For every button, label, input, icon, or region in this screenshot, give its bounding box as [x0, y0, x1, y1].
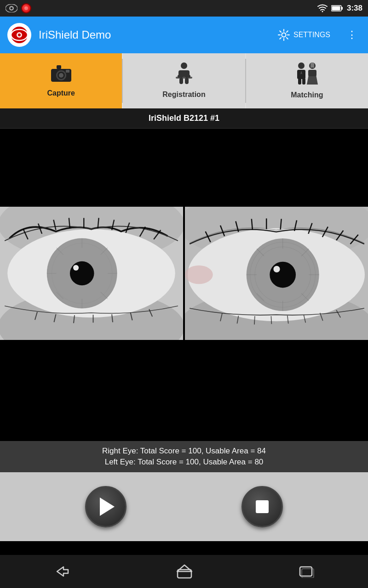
svg-rect-37: [302, 78, 305, 85]
play-button[interactable]: [85, 486, 126, 527]
svg-line-106: [254, 316, 255, 324]
score-bar: Right Eye: Total Score = 100, Usable Are…: [0, 441, 368, 472]
svg-point-26: [181, 62, 187, 69]
recents-button[interactable]: [284, 561, 329, 582]
irishield-logo-icon: [10, 26, 29, 44]
back-button[interactable]: [39, 561, 85, 582]
left-eye-container: [0, 207, 183, 340]
app-bar: IriShield Demo SETTINGS ⋮: [0, 17, 368, 53]
settings-button[interactable]: SETTINGS: [272, 25, 336, 45]
svg-line-17: [287, 38, 288, 39]
svg-rect-30: [185, 75, 190, 78]
svg-line-18: [287, 31, 288, 32]
tab-registration[interactable]: Registration: [123, 53, 245, 108]
svg-point-23: [59, 73, 63, 78]
time-display: 3:38: [347, 4, 362, 13]
svg-point-33: [298, 62, 305, 69]
svg-line-107: [271, 316, 271, 324]
svg-rect-29: [178, 75, 183, 78]
right-eye-score: Right Eye: Total Score = 100, Usable Are…: [9, 447, 359, 456]
camera-icon: [49, 63, 73, 86]
more-options-button[interactable]: ⋮: [343, 25, 361, 45]
app-status-icon: [21, 3, 31, 13]
wifi-icon: [317, 4, 328, 12]
svg-marker-113: [177, 565, 192, 571]
svg-rect-36: [298, 78, 301, 85]
status-bar: 3:38: [0, 0, 368, 17]
eye-images-area: [0, 207, 368, 340]
left-eye-score: Left Eye: Total Score = 100, Usable Area…: [9, 458, 359, 467]
svg-rect-6: [332, 6, 340, 11]
svg-rect-5: [341, 7, 343, 10]
svg-point-3: [322, 11, 323, 12]
svg-point-11: [282, 33, 286, 37]
tab-matching[interactable]: Matching: [246, 53, 368, 108]
stop-icon: [256, 500, 269, 513]
capture-tab-label: Capture: [47, 89, 75, 97]
recents-icon: [299, 565, 315, 578]
gear-icon: [278, 29, 290, 41]
status-right-icons: 3:38: [317, 4, 362, 13]
svg-rect-31: [179, 78, 183, 84]
svg-rect-40: [308, 70, 316, 76]
app-logo: [7, 23, 31, 47]
svg-point-2: [11, 7, 13, 10]
home-button[interactable]: [162, 560, 207, 582]
svg-rect-24: [57, 65, 61, 69]
camera-preview-top: [0, 129, 368, 207]
svg-point-56: [70, 261, 94, 286]
tab-bar: Capture Registration: [0, 53, 368, 108]
registration-tab-label: Registration: [162, 90, 205, 99]
svg-rect-25: [66, 70, 69, 73]
svg-rect-112: [178, 570, 191, 578]
registration-tab-icon: [173, 62, 195, 85]
battery-icon: [331, 5, 343, 11]
status-left-icons: [6, 3, 31, 13]
nav-bar: [0, 555, 368, 588]
capture-tab-icon: [49, 63, 73, 84]
title-bar: IriShield B2121 #1: [0, 108, 368, 129]
app-title: IriShield Demo: [39, 28, 265, 41]
svg-line-19: [280, 38, 281, 39]
right-eye-container: [183, 207, 368, 340]
eye-status-icon: [6, 4, 17, 12]
camera-preview-bottom: [0, 340, 368, 441]
registration-icon: [173, 62, 195, 88]
control-bar: [0, 472, 368, 541]
back-icon: [53, 565, 70, 578]
play-icon: [100, 498, 115, 516]
stop-button[interactable]: [242, 486, 283, 527]
right-eye-image: [185, 207, 368, 340]
svg-point-92: [273, 266, 280, 272]
matching-tab-label: Matching: [291, 91, 323, 99]
svg-point-91: [270, 262, 296, 288]
matching-icon: [293, 62, 321, 88]
capture-title-text: IriShield B2121 #1: [149, 113, 219, 123]
tab-capture[interactable]: Capture: [0, 53, 122, 108]
matching-tab-icon: [293, 62, 321, 85]
svg-point-10: [18, 34, 21, 36]
svg-rect-32: [185, 78, 189, 84]
left-eye-image: [0, 207, 183, 340]
home-icon: [177, 564, 192, 579]
svg-point-57: [73, 265, 79, 271]
settings-label: SETTINGS: [293, 31, 330, 39]
svg-point-79: [185, 266, 213, 284]
svg-line-16: [280, 31, 281, 32]
